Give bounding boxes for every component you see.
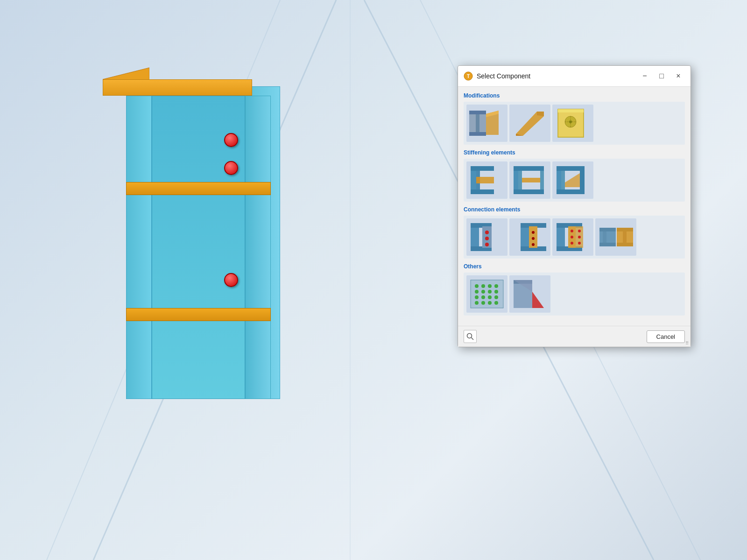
cancel-button[interactable]: Cancel	[647, 330, 685, 343]
svg-point-48	[485, 237, 489, 240]
modifications-title: Modifications	[464, 92, 685, 99]
stiff-icon-2	[511, 164, 549, 196]
svg-point-100	[467, 334, 472, 338]
modifications-items	[464, 102, 685, 145]
svg-point-84	[475, 290, 479, 294]
conn-icon-3	[554, 221, 592, 253]
svg-point-88	[475, 295, 479, 299]
others-items	[464, 273, 685, 315]
svg-point-22	[569, 120, 572, 123]
dialog-footer: Cancel	[458, 326, 691, 347]
stiff-item-1[interactable]	[466, 161, 507, 199]
dialog-titlebar: T Select Component − □ ×	[458, 66, 691, 87]
svg-rect-18	[558, 109, 584, 112]
svg-point-83	[494, 284, 498, 288]
svg-point-90	[488, 295, 492, 299]
left-flange	[126, 96, 152, 399]
conn-item-1[interactable]	[466, 218, 507, 256]
svg-point-86	[488, 290, 492, 294]
mod-item-3[interactable]	[552, 105, 593, 142]
conn-item-3[interactable]	[552, 218, 593, 256]
svg-rect-10	[469, 132, 486, 136]
svg-point-95	[494, 301, 498, 305]
svg-point-55	[532, 231, 535, 234]
svg-rect-45	[475, 228, 479, 246]
dialog-title: Select Component	[477, 72, 634, 80]
svg-marker-98	[532, 292, 544, 308]
svg-point-56	[532, 237, 535, 240]
svg-text:T: T	[467, 74, 470, 79]
svg-point-94	[488, 301, 492, 305]
section-stiffening: Stiffening elements	[464, 149, 685, 202]
mod-icon-1	[468, 107, 506, 140]
others-icon-2	[511, 278, 549, 310]
svg-rect-73	[603, 231, 606, 243]
mod-icon-3	[554, 107, 592, 140]
close-button[interactable]: ×	[672, 70, 685, 83]
shelf-1	[126, 182, 271, 195]
svg-rect-9	[469, 111, 486, 114]
mod-icon-2	[511, 107, 549, 140]
svg-rect-11	[476, 114, 479, 132]
svg-point-65	[571, 236, 573, 238]
conn-icon-1	[468, 221, 506, 253]
svg-rect-71	[599, 228, 616, 231]
svg-rect-27	[480, 177, 494, 183]
shelf-2	[126, 308, 271, 321]
section-connection: Connection elements	[464, 206, 685, 259]
svg-rect-40	[580, 166, 585, 194]
others-title: Others	[464, 263, 685, 270]
conn-icon-4	[597, 221, 634, 253]
bolt-3	[224, 273, 238, 287]
svg-rect-72	[599, 243, 616, 246]
svg-point-85	[481, 290, 485, 294]
svg-rect-24	[471, 166, 494, 171]
right-flange-front	[245, 96, 271, 399]
connection-title: Connection elements	[464, 206, 685, 213]
svg-rect-33	[522, 178, 532, 182]
svg-rect-53	[525, 228, 529, 246]
select-component-dialog: T Select Component − □ × Modifications	[458, 65, 691, 347]
search-icon	[466, 333, 474, 340]
svg-point-82	[488, 284, 492, 288]
stiff-icon-1	[468, 164, 506, 196]
bolt-1	[224, 133, 238, 147]
svg-point-89	[481, 295, 485, 299]
svg-point-66	[571, 242, 573, 245]
bolt-2	[224, 161, 238, 175]
minimize-button[interactable]: −	[638, 70, 651, 83]
svg-point-64	[571, 230, 573, 232]
mod-item-2[interactable]	[509, 105, 550, 142]
stiffening-items	[464, 159, 685, 202]
svg-rect-75	[617, 228, 633, 231]
search-button[interactable]	[464, 330, 477, 343]
svg-point-93	[481, 301, 485, 305]
svg-rect-31	[514, 189, 544, 194]
svg-point-87	[494, 290, 498, 294]
svg-line-101	[472, 338, 474, 340]
conn-item-2[interactable]	[509, 218, 550, 256]
svg-point-81	[481, 284, 485, 288]
stiff-icon-3	[554, 164, 592, 196]
maximize-button[interactable]: □	[655, 70, 668, 83]
others-item-1[interactable]	[466, 275, 507, 313]
stiff-item-3[interactable]	[552, 161, 593, 199]
svg-rect-39	[561, 171, 565, 189]
top-cap	[103, 79, 252, 96]
svg-point-47	[485, 231, 489, 234]
others-item-2[interactable]	[509, 275, 550, 313]
conn-icon-2	[511, 221, 549, 253]
mod-item-1[interactable]	[466, 105, 507, 142]
svg-marker-41	[565, 173, 580, 187]
svg-point-92	[475, 301, 479, 305]
svg-point-68	[578, 236, 581, 238]
svg-rect-61	[561, 228, 565, 246]
stiff-item-2[interactable]	[509, 161, 550, 199]
conn-item-4[interactable]	[595, 218, 636, 256]
dialog-body: Modifications	[458, 87, 691, 326]
section-others: Others	[464, 263, 685, 315]
resize-handle[interactable]: ⠿	[685, 341, 689, 346]
svg-point-67	[578, 230, 581, 232]
svg-rect-35	[540, 171, 544, 189]
svg-rect-32	[518, 171, 522, 189]
